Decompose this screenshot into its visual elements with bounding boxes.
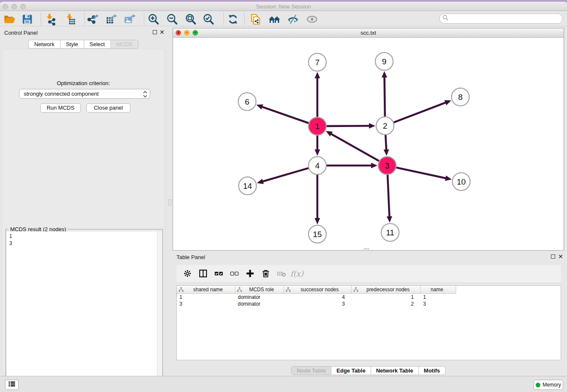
select-all-checks-button[interactable]	[211, 267, 226, 280]
cell-MCDS-role[interactable]: dominator	[235, 301, 284, 307]
network-view-window[interactable]: x − + scc.txt 7968124314101511	[173, 28, 564, 251]
cell-successor-nodes[interactable]: 4	[284, 294, 352, 301]
cell-name[interactable]: 1	[421, 294, 456, 301]
edge-1-2[interactable]	[327, 126, 370, 126]
table-row[interactable]: 3dominator323	[177, 301, 561, 307]
float-panel-icon[interactable]	[153, 30, 157, 34]
titlebar[interactable]: Session: New Session	[0, 2, 567, 11]
arrowhead-1-6	[256, 104, 263, 109]
edge-2-8[interactable]	[394, 102, 446, 122]
network-window-titlebar[interactable]: x − + scc.txt	[173, 28, 564, 38]
cell-shared-name[interactable]: 3	[177, 301, 235, 307]
float-table-panel-icon[interactable]	[551, 254, 555, 259]
cell-MCDS-role[interactable]: dominator	[235, 294, 284, 301]
search-box[interactable]	[439, 14, 563, 24]
arrowhead-3-10	[445, 176, 451, 181]
close-panel-icon[interactable]: ✕	[160, 29, 165, 36]
cell-predecessor-nodes[interactable]: 1	[352, 294, 421, 301]
zoom-fit-button[interactable]	[183, 12, 198, 26]
tab-network-table[interactable]: Network Table	[371, 366, 419, 375]
tab-select[interactable]: Select	[84, 40, 111, 49]
table-toolbar: f(x)	[176, 265, 561, 282]
open-session-icon	[3, 13, 16, 25]
export-image-button[interactable]	[122, 12, 137, 26]
search-input[interactable]	[449, 15, 562, 22]
sort-hierarchy-icon	[286, 287, 291, 292]
sort-hierarchy-icon	[237, 287, 242, 292]
hide-selected-button[interactable]	[285, 12, 300, 26]
edge-3-1[interactable]	[330, 134, 379, 161]
zoom-out-button[interactable]	[164, 12, 179, 26]
refresh-view-button[interactable]	[225, 12, 240, 26]
column-view-icon	[198, 268, 208, 279]
table-header-row: shared nameMCDS rolesuccessor nodesprede…	[177, 286, 561, 294]
edge-3-10[interactable]	[396, 168, 446, 179]
network-graph[interactable]: 7968124314101511	[173, 38, 564, 250]
mcds-result-group: MCDS result (2 nodes) 13	[6, 229, 163, 389]
cell-predecessor-nodes[interactable]: 2	[352, 301, 421, 307]
column-header-predecessor-nodes[interactable]: predecessor nodes	[352, 286, 421, 294]
vertical-splitter-handle[interactable]	[168, 199, 171, 205]
tab-mcds[interactable]: MCDS	[111, 40, 138, 49]
table-row[interactable]: 1dominator411	[177, 294, 561, 301]
arrowhead-2-3	[383, 149, 389, 156]
open-session-button[interactable]	[2, 12, 17, 26]
import-network-button[interactable]	[43, 12, 58, 26]
zoom-in-button[interactable]	[146, 12, 161, 26]
result-scrollbar[interactable]	[157, 232, 162, 388]
edge-3-11[interactable]	[388, 175, 389, 217]
criterion-dropdown[interactable]: strongly connected component	[19, 89, 150, 99]
cell-name[interactable]: 3	[421, 301, 456, 307]
save-session-button[interactable]	[19, 12, 35, 26]
edge-2-9[interactable]	[384, 77, 385, 116]
toolbar-divider	[84, 13, 85, 25]
clear-checks-button[interactable]	[226, 267, 242, 280]
import-table-icon	[64, 13, 77, 25]
run-mcds-button[interactable]: Run MCDS	[40, 103, 81, 113]
mcds-result-text[interactable]: 13	[7, 232, 162, 388]
gear-icon	[182, 268, 193, 279]
edge-1-6[interactable]	[261, 107, 308, 123]
node-label-1: 1	[315, 122, 320, 131]
tab-edge-table[interactable]: Edge Table	[331, 366, 371, 375]
cell-shared-name[interactable]: 1	[177, 294, 235, 301]
delete-row-icon	[261, 268, 271, 279]
import-table-button[interactable]	[63, 12, 78, 26]
column-header-MCDS-role[interactable]: MCDS role	[235, 286, 284, 294]
horizontal-splitter-handle[interactable]	[364, 248, 369, 251]
add-row-button[interactable]	[242, 267, 258, 280]
export-network-button[interactable]	[85, 12, 100, 26]
node-table[interactable]: shared nameMCDS rolesuccessor nodesprede…	[176, 285, 561, 360]
tab-network[interactable]: Network	[28, 40, 61, 49]
main-toolbar	[0, 11, 567, 26]
optimization-criterion-label: Optimization criterion:	[2, 80, 165, 86]
ui-panels-menu-button[interactable]	[5, 380, 19, 390]
column-header-name[interactable]: name	[421, 286, 456, 294]
zoom-selected-button[interactable]	[201, 12, 216, 26]
cell-successor-nodes[interactable]: 3	[284, 301, 352, 307]
close-panel-button[interactable]: Close panel	[86, 103, 130, 113]
edge-4-14[interactable]	[262, 168, 308, 182]
column-header-shared-name[interactable]: shared name	[177, 286, 235, 294]
edge-2-3[interactable]	[385, 135, 386, 150]
column-header-successor-nodes[interactable]: successor nodes	[284, 286, 352, 294]
sort-hierarchy-icon	[179, 287, 184, 292]
tab-motifs[interactable]: Motifs	[419, 366, 446, 375]
gear-button[interactable]	[179, 267, 195, 280]
node-label-3: 3	[385, 161, 390, 170]
tab-node-table[interactable]: Node Table	[291, 366, 331, 375]
column-view-button[interactable]	[195, 267, 211, 280]
table-panel: Table Panel ✕ f(x) shared nameMCDS roles…	[173, 252, 564, 376]
delete-row-button[interactable]	[258, 267, 273, 280]
clone-network-button[interactable]	[247, 12, 262, 26]
memory-button[interactable]: Memory	[534, 380, 563, 390]
sort-hierarchy-icon	[353, 287, 358, 292]
clear-checks-icon	[229, 268, 239, 279]
close-table-panel-icon[interactable]: ✕	[558, 253, 563, 260]
node-label-7: 7	[315, 58, 320, 67]
show-all-button[interactable]	[304, 12, 319, 26]
export-table-button[interactable]	[103, 12, 118, 26]
first-neighbors-button[interactable]	[267, 12, 282, 26]
tab-style[interactable]: Style	[61, 40, 84, 49]
show-all-icon	[306, 13, 318, 25]
